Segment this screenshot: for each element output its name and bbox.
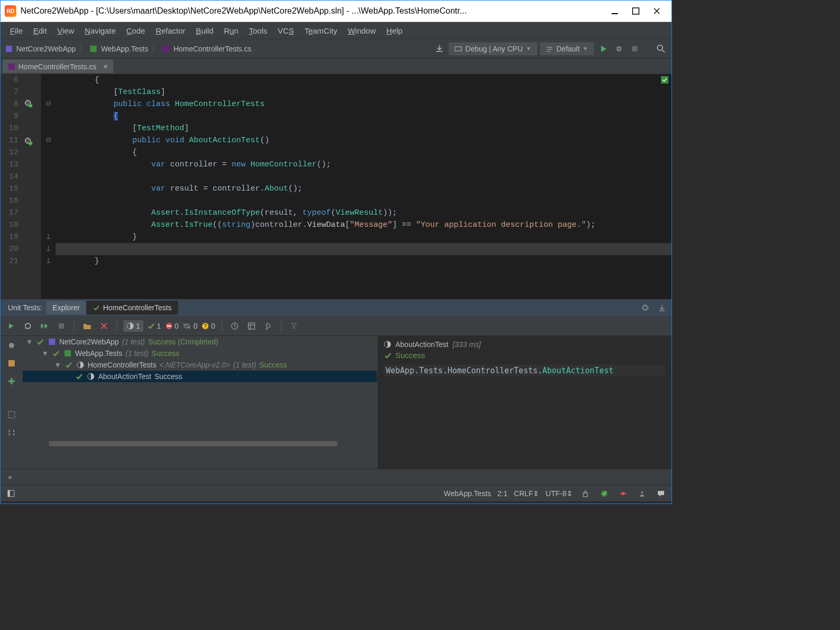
man-icon[interactable]	[636, 487, 648, 500]
breadcrumb-project[interactable]: WebApp.Tests	[101, 45, 148, 53]
expander-icon[interactable]: ▼	[41, 349, 49, 358]
line-number: 19	[1, 231, 18, 243]
more-button[interactable]: »	[4, 471, 16, 484]
code-area[interactable]: { [TestClass] public class HomeControlle…	[56, 74, 671, 299]
test-method-marker-icon[interactable]	[23, 138, 41, 150]
code-editor[interactable]: 6 7 8 9 10 11 12 13 14 15 16 17 18 19 20…	[1, 74, 671, 299]
node-status: Success	[154, 372, 182, 381]
count-half: 1	[136, 322, 140, 330]
tab-explorer[interactable]: Explorer	[46, 301, 86, 314]
tree-node-project[interactable]: ▼ WebApp.Tests (1 test) Success	[23, 348, 377, 359]
expander-icon[interactable]: ▼	[54, 361, 61, 369]
hide-panel-icon[interactable]	[656, 301, 668, 314]
gear-icon[interactable]	[639, 301, 652, 314]
menu-refactor[interactable]: Refactor	[150, 24, 191, 37]
status-cursor[interactable]: 2:1	[497, 489, 507, 498]
test-class-marker-icon[interactable]	[23, 100, 41, 112]
horizontal-scrollbar[interactable]	[23, 440, 377, 447]
status-bar: WebApp.Tests 2:1 CRLF⇕ UTF-8⇕	[1, 485, 671, 501]
breadcrumb-solution[interactable]: NetCore2WebApp	[16, 45, 76, 53]
run-config-dropdown[interactable]: Default ▼	[540, 43, 594, 55]
add-icon[interactable]	[5, 375, 18, 387]
rerun-button[interactable]	[22, 320, 34, 332]
breadcrumb-sep: 〉	[79, 44, 86, 54]
search-button[interactable]	[655, 43, 667, 55]
menu-view[interactable]: View	[52, 24, 79, 37]
tree-node-solution[interactable]: ▼ NetCore2WebApp (1 test) Success (Compl…	[23, 336, 377, 348]
expand-icon[interactable]	[5, 408, 18, 421]
navigation-toolbar: NetCore2WebApp 〉 WebApp.Tests 〉 HomeCont…	[1, 39, 671, 58]
filter-icon[interactable]	[288, 320, 300, 332]
menu-tools[interactable]: Tools	[244, 24, 272, 37]
run-button[interactable]	[597, 43, 610, 55]
filter-half[interactable]: 1	[123, 320, 143, 332]
filter-passed[interactable]: 1	[148, 322, 161, 330]
open-folder-icon[interactable]	[81, 320, 93, 332]
csharp-file-icon	[162, 45, 170, 53]
build-config-dropdown[interactable]: Debug | Any CPU ▼	[449, 43, 537, 55]
breadcrumb-file[interactable]: HomeControllerTests.cs	[173, 45, 251, 53]
lock-icon[interactable]	[579, 487, 592, 500]
class-icon	[76, 361, 85, 369]
filter-inconclusive[interactable]: ? 0	[202, 322, 215, 330]
unit-tests-panel-header: Unit Tests: Explorer HomeControllerTests	[1, 299, 671, 316]
tool-windows-icon[interactable]	[5, 487, 17, 500]
menu-help[interactable]: Help	[381, 24, 408, 37]
node-name: HomeControllerTests	[88, 361, 156, 369]
menu-edit[interactable]: Edit	[28, 24, 52, 37]
cover-icon[interactable]	[5, 357, 18, 370]
editor-tab[interactable]: HomeControllerTests.cs ✕	[3, 60, 113, 73]
clock-icon[interactable]	[228, 320, 241, 332]
line-number: 12	[1, 146, 18, 159]
maximize-button[interactable]	[625, 4, 646, 18]
solution-icon	[5, 45, 13, 53]
menu-navigate[interactable]: Navigate	[79, 24, 121, 37]
close-button[interactable]	[646, 4, 667, 18]
line-number: 18	[1, 219, 18, 231]
scrollbar-thumb[interactable]	[49, 441, 338, 446]
node-status: Success	[152, 349, 180, 358]
collapse-icon[interactable]	[5, 426, 18, 439]
error-icon[interactable]	[617, 487, 629, 500]
tree-node-class[interactable]: ▼ HomeControllerTests <.NETCoreApp-v2.0>…	[23, 359, 377, 371]
inspection-check-icon[interactable]	[598, 487, 611, 500]
chat-icon[interactable]	[655, 487, 667, 500]
menu-bar: File Edit View Navigate Code Refactor Bu…	[1, 22, 671, 39]
menu-code[interactable]: Code	[121, 24, 151, 37]
stop-button[interactable]	[628, 43, 641, 55]
filter-failed[interactable]: 0	[165, 322, 179, 330]
minimize-button[interactable]	[604, 4, 625, 18]
filter-ignored[interactable]: 0	[183, 322, 197, 330]
run-tests-button[interactable]	[5, 320, 17, 332]
line-number: 9	[1, 110, 18, 122]
menu-vcs[interactable]: VCS	[272, 24, 299, 37]
menu-build[interactable]: Build	[191, 24, 218, 37]
debug-button[interactable]	[613, 43, 625, 55]
download-icon[interactable]	[433, 43, 446, 55]
tab-session[interactable]: HomeControllerTests	[86, 301, 178, 314]
expander-icon[interactable]: ▼	[26, 338, 33, 346]
svg-text:?: ?	[204, 323, 207, 329]
delete-icon[interactable]	[98, 320, 110, 332]
status-eol[interactable]: CRLF⇕	[514, 489, 540, 498]
close-tab-icon[interactable]: ✕	[103, 63, 108, 70]
debug-icon[interactable]	[5, 339, 18, 352]
solution-icon	[48, 338, 56, 346]
count-ignored: 0	[193, 322, 197, 330]
menu-teamcity[interactable]: TeamCity	[299, 24, 343, 37]
menu-file[interactable]: File	[5, 24, 28, 37]
run-all-button[interactable]	[38, 320, 51, 332]
wrench-icon[interactable]	[262, 320, 275, 332]
layout-icon[interactable]	[245, 320, 258, 332]
menu-run[interactable]: Run	[218, 24, 244, 37]
count-passed: 1	[157, 322, 161, 330]
test-tree[interactable]: ▼ NetCore2WebApp (1 test) Success (Compl…	[23, 336, 377, 469]
status-encoding[interactable]: UTF-8⇕	[545, 489, 573, 498]
window-title: NetCore2WebApp - [C:\Users\maart\Desktop…	[20, 6, 604, 16]
side-tool-strip	[1, 336, 23, 469]
node-meta: (1 test)	[125, 349, 149, 358]
line-number: 17	[1, 207, 18, 219]
stop-tests-button[interactable]	[55, 320, 68, 332]
menu-window[interactable]: Window	[342, 24, 381, 37]
tree-node-test[interactable]: AboutActionTest Success	[23, 371, 377, 382]
